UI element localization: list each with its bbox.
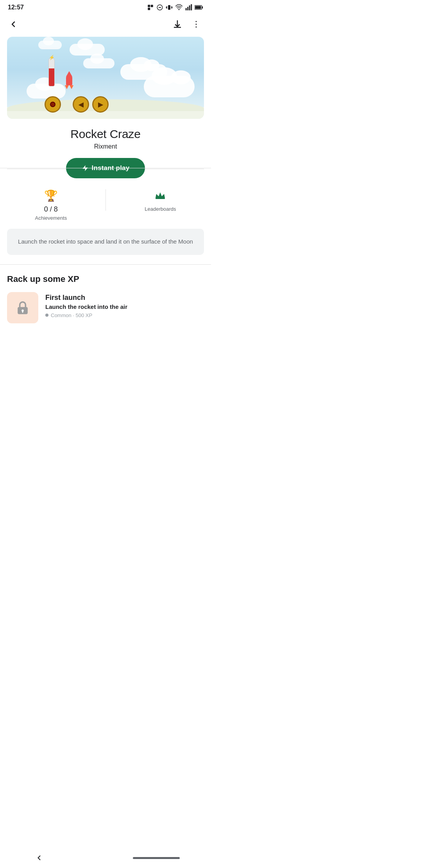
cloud-3 [83, 58, 114, 68]
game-button-right: ▶ [92, 96, 109, 113]
battery-icon [195, 5, 203, 10]
description-box: Launch the rocket into space and land it… [7, 229, 204, 255]
achievements-stat[interactable]: 🏆 0 / 8 Achievements [35, 189, 67, 221]
cloud-6 [27, 84, 66, 99]
more-options-button[interactable] [188, 16, 204, 32]
crown-icon [154, 189, 166, 203]
svg-point-19 [196, 24, 197, 25]
xp-item-desc: Launch the rocket into the air [45, 303, 204, 310]
nav-right-actions [170, 16, 204, 32]
xp-dot [45, 314, 48, 317]
wifi-icon [175, 4, 183, 11]
notification-icon [147, 4, 154, 11]
svg-rect-13 [189, 5, 190, 11]
xp-item-title: First launch [45, 294, 204, 302]
game-button-left: ◀ [73, 96, 89, 113]
leaderboards-stat[interactable]: Leaderboards [145, 189, 176, 212]
xp-item-meta: Common · 500 XP [45, 312, 204, 318]
svg-rect-0 [148, 5, 150, 7]
svg-rect-1 [151, 5, 153, 7]
signal-icon [185, 4, 192, 11]
svg-point-20 [196, 27, 197, 28]
status-time: 12:57 [8, 4, 24, 11]
bottom-spacing [0, 323, 211, 347]
xp-section: Rack up some XP First launch Launch the … [0, 274, 211, 323]
svg-rect-12 [187, 7, 188, 11]
lock-icon [14, 299, 31, 316]
status-bar: 12:57 [0, 0, 211, 13]
status-icons [147, 4, 203, 11]
svg-rect-11 [186, 8, 187, 11]
svg-rect-25 [22, 311, 23, 313]
instant-play-button[interactable]: Instant play [66, 158, 145, 178]
lightning-icon [82, 165, 89, 172]
svg-rect-17 [195, 6, 201, 9]
stats-row: 🏆 0 / 8 Achievements Leaderboards [0, 180, 211, 229]
trophy-icon: 🏆 [44, 189, 58, 202]
achievements-value: 0 / 8 [44, 205, 58, 213]
xp-item-info: First launch Launch the rocket into the … [45, 292, 204, 318]
stats-divider [106, 189, 106, 211]
app-developer: Rixment [7, 143, 204, 150]
cloud-5 [144, 76, 195, 97]
game-screenshot-inner: ⚡ ◀ ▶ [7, 37, 204, 119]
svg-point-18 [196, 21, 197, 22]
app-title-section: Rocket Craze Rixment [0, 119, 211, 150]
download-button[interactable] [170, 16, 185, 32]
dnd-icon [156, 4, 163, 11]
xp-section-title: Rack up some XP [7, 274, 204, 284]
svg-point-10 [179, 9, 180, 10]
xp-item-first-launch[interactable]: First launch Launch the rocket into the … [7, 292, 204, 323]
vibrate-icon [166, 4, 173, 11]
svg-rect-2 [148, 8, 150, 10]
rocket [65, 71, 73, 89]
svg-rect-16 [202, 6, 203, 8]
svg-marker-21 [82, 165, 88, 171]
section-divider [0, 264, 211, 265]
achievements-label: Achievements [35, 215, 67, 221]
svg-rect-14 [191, 4, 192, 11]
fuel-gauge: ⚡ [48, 58, 55, 86]
svg-rect-22 [156, 198, 165, 199]
leaderboards-label: Leaderboards [145, 206, 176, 212]
game-button-stop [45, 96, 61, 113]
back-button[interactable] [5, 16, 21, 32]
app-title: Rocket Craze [7, 127, 204, 141]
game-screenshot: ⚡ ◀ ▶ [7, 37, 204, 119]
description-text: Launch the rocket into space and land it… [16, 237, 195, 246]
fuel-fill [49, 68, 54, 86]
svg-rect-5 [168, 5, 170, 10]
instant-play-wrapper: Instant play [7, 158, 204, 180]
top-nav [0, 13, 211, 35]
cloud-2 [38, 41, 62, 49]
instant-play-label: Instant play [92, 164, 130, 172]
xp-item-icon-box [7, 292, 38, 323]
xp-item-meta-text: Common · 500 XP [51, 312, 92, 318]
